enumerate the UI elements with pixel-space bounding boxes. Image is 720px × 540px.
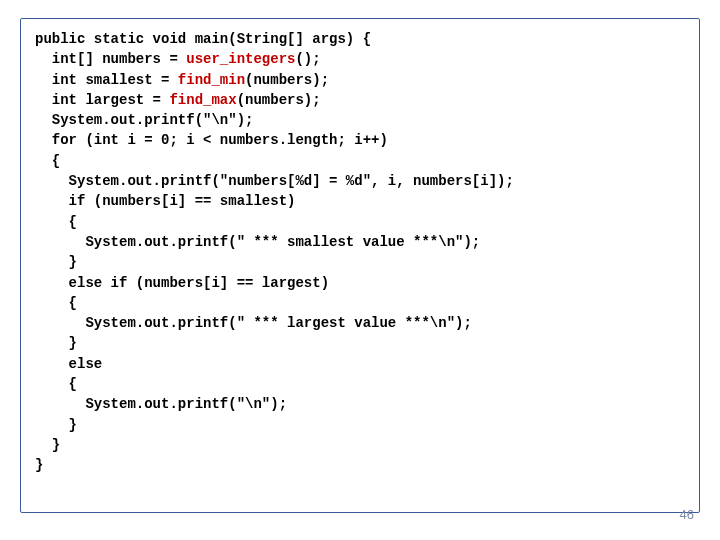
code-text: System.out.printf("\n"); xyxy=(35,396,287,412)
code-line: System.out.printf("\n"); xyxy=(35,110,687,130)
code-line: { xyxy=(35,293,687,313)
code-line: System.out.printf(" *** largest value **… xyxy=(35,313,687,333)
code-text: for (int i = 0; i < numbers.length; i++) xyxy=(35,132,388,148)
code-text: System.out.printf(" *** largest value **… xyxy=(35,315,472,331)
code-box: public static void main(String[] args) {… xyxy=(20,18,700,513)
code-text: public static void main(String[] args) { xyxy=(35,31,371,47)
code-text: int[] numbers = xyxy=(35,51,186,67)
slide: public static void main(String[] args) {… xyxy=(0,0,720,540)
code-line: public static void main(String[] args) { xyxy=(35,29,687,49)
page-number: 46 xyxy=(680,507,694,522)
code-line: System.out.printf(" *** smallest value *… xyxy=(35,232,687,252)
code-line: else xyxy=(35,354,687,374)
code-line: { xyxy=(35,151,687,171)
code-line: } xyxy=(35,455,687,475)
code-text: int largest = xyxy=(35,92,169,108)
code-line: else if (numbers[i] == largest) xyxy=(35,273,687,293)
code-text: { xyxy=(35,295,77,311)
code-text: else if (numbers[i] == largest) xyxy=(35,275,329,291)
code-text: if (numbers[i] == smallest) xyxy=(35,193,295,209)
code-identifier: find_min xyxy=(178,72,245,88)
code-line: } xyxy=(35,333,687,353)
code-text: (); xyxy=(295,51,320,67)
code-text: { xyxy=(35,153,60,169)
code-line: System.out.printf("\n"); xyxy=(35,394,687,414)
code-text: System.out.printf("numbers[%d] = %d", i,… xyxy=(35,173,514,189)
code-text: else xyxy=(35,356,102,372)
code-line: int largest = find_max(numbers); xyxy=(35,90,687,110)
code-text: System.out.printf("\n"); xyxy=(35,112,253,128)
code-line: System.out.printf("numbers[%d] = %d", i,… xyxy=(35,171,687,191)
code-text: } xyxy=(35,335,77,351)
code-identifier: user_integers xyxy=(186,51,295,67)
code-text: { xyxy=(35,376,77,392)
code-line: { xyxy=(35,374,687,394)
code-line: int smallest = find_min(numbers); xyxy=(35,70,687,90)
code-text: (numbers); xyxy=(245,72,329,88)
code-line: if (numbers[i] == smallest) xyxy=(35,191,687,211)
code-text: int smallest = xyxy=(35,72,178,88)
code-text: { xyxy=(35,214,77,230)
code-text: } xyxy=(35,457,43,473)
code-text: (numbers); xyxy=(237,92,321,108)
code-line: { xyxy=(35,212,687,232)
code-text: } xyxy=(35,437,60,453)
code-text: } xyxy=(35,254,77,270)
code-line: int[] numbers = user_integers(); xyxy=(35,49,687,69)
code-line: } xyxy=(35,252,687,272)
code-line: } xyxy=(35,435,687,455)
code-line: } xyxy=(35,415,687,435)
code-text: } xyxy=(35,417,77,433)
code-identifier: find_max xyxy=(169,92,236,108)
code-line: for (int i = 0; i < numbers.length; i++) xyxy=(35,130,687,150)
code-text: System.out.printf(" *** smallest value *… xyxy=(35,234,480,250)
